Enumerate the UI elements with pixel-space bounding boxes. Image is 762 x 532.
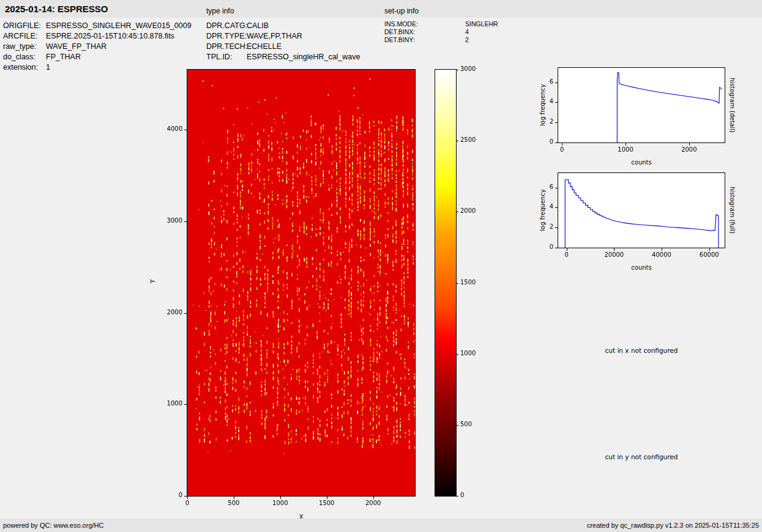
label-dpr-tech: DPR.TECH:: [206, 42, 247, 52]
x-tick-mark: [280, 497, 281, 499]
file-info-block: ORIGFILE:ESPRESSO_SINGLEHR_WAVE015_0009 …: [3, 21, 192, 73]
info-row: INS.MODE:SINGLEHR: [384, 20, 498, 28]
setup-info-block: INS.MODE:SINGLEHR DET.BINX:4 DET.BINY:2: [384, 20, 498, 44]
x-tick-label: 20000: [596, 251, 632, 258]
raw-image-plot: [187, 69, 416, 497]
colorbar-tick-mark: [457, 212, 458, 212]
colorbar-tick-mark: [457, 354, 458, 355]
histogram-full-xlabel: counts: [558, 264, 725, 271]
colorbar-tick-mark: [457, 283, 458, 284]
y-tick-label: 2: [529, 223, 553, 230]
x-tick-mark: [187, 497, 188, 499]
colorbar-tick-label: 2500: [460, 136, 487, 143]
x-tick-mark: [234, 497, 234, 499]
histogram-detail-xlabel: counts: [558, 159, 725, 166]
y-tick-label: 4: [529, 98, 553, 105]
qc-report-page: 2025-01-14: ESPRESSO type info set-up in…: [0, 0, 762, 532]
histogram-detail-plot: [558, 67, 725, 143]
y-tick-label: 2000: [158, 309, 182, 316]
x-tick-mark: [689, 143, 690, 146]
y-tick-mark: [555, 142, 558, 143]
colorbar-tick-label: 2000: [460, 207, 487, 214]
label-dpr-catg: DPR.CATG:: [206, 21, 247, 31]
x-tick-mark: [626, 143, 626, 146]
label-do-class: do_class:: [3, 52, 46, 62]
x-tick-label: 1000: [262, 500, 299, 506]
value-dpr-type: WAVE,FP,THAR: [247, 31, 302, 42]
y-tick-label: 3000: [158, 217, 182, 224]
x-tick-label: 0: [169, 500, 206, 506]
y-tick-label: 0: [158, 492, 182, 498]
y-tick-label: 4: [529, 203, 553, 210]
value-dpr-catg: CALIB: [247, 21, 269, 31]
info-row: raw_type:WAVE_FP_THAR: [3, 42, 192, 52]
x-tick-mark: [567, 248, 567, 251]
y-tick-label: 4000: [158, 125, 182, 132]
histogram-full-right-label: histogram (full): [727, 172, 737, 248]
info-row: DET.BINX:4: [384, 28, 498, 36]
y-tick-label: 0: [529, 138, 553, 145]
info-row: DPR.CATG:CALIB: [206, 21, 360, 31]
value-tpl-id: ESPRESSO_singleHR_cal_wave: [247, 52, 360, 62]
y-tick-mark: [555, 207, 558, 208]
footer-right-text: created by qc_rawdisp.py v1.2.3 on 2025-…: [587, 522, 759, 529]
x-tick-label: 0: [548, 251, 585, 258]
info-row: TPL.ID:ESPRESSO_singleHR_cal_wave: [206, 52, 360, 62]
colorbar-tick-label: 1000: [460, 350, 487, 357]
y-axis-label: Y: [149, 276, 159, 286]
colorbar-tick-mark: [457, 425, 458, 426]
colorbar-tick-label: 1500: [460, 279, 487, 286]
y-tick-mark: [184, 130, 187, 130]
x-tick-label: 2000: [355, 500, 392, 506]
y-tick-label: 2: [529, 118, 553, 125]
y-tick-mark: [555, 248, 558, 248]
footer-left-text: powered by QC: www.eso.org/HC: [3, 522, 103, 529]
label-dpr-type: DPR.TYPE:: [206, 31, 247, 42]
y-tick-mark: [184, 313, 187, 314]
value-extension: 1: [46, 62, 50, 73]
y-tick-mark: [555, 122, 558, 123]
value-dpr-tech: ECHELLE: [247, 42, 282, 52]
histogram-detail-canvas: [558, 68, 725, 142]
header-bar: 2025-01-14: ESPRESSO type info set-up in…: [0, 0, 762, 18]
label-arcfile: ARCFILE:: [3, 31, 46, 42]
info-row: extension:1: [3, 62, 192, 73]
label-raw-type: raw_type:: [3, 42, 46, 52]
colorbar-tick-label: 0: [460, 492, 487, 498]
y-tick-label: 6: [529, 183, 553, 190]
x-tick-label: 2000: [671, 146, 708, 153]
colorbar-tick-label: 500: [460, 421, 487, 427]
info-row: DET.BINY:2: [384, 36, 498, 44]
x-tick-mark: [327, 497, 327, 499]
value-det-binx: 4: [465, 28, 469, 36]
x-tick-mark: [614, 248, 614, 251]
footer-bar: powered by QC: www.eso.org/HC created by…: [0, 519, 762, 532]
label-origfile: ORIGFILE:: [3, 21, 46, 31]
info-row: ARCFILE:ESPRE.2025-01-15T10:45:10.878.fi…: [3, 31, 192, 42]
info-row: DPR.TYPE:WAVE,FP,THAR: [206, 31, 360, 42]
value-ins-mode: SINGLEHR: [465, 20, 498, 28]
x-tick-mark: [562, 143, 562, 146]
y-tick-mark: [555, 188, 558, 188]
x-tick-label: 500: [215, 500, 252, 506]
value-arcfile: ESPRE.2025-01-15T10:45:10.878.fits: [46, 31, 174, 42]
info-row: DPR.TECH:ECHELLE: [206, 42, 360, 52]
info-row: do_class:FP_THAR: [3, 52, 192, 62]
x-tick-mark: [709, 248, 710, 251]
y-tick-mark: [184, 221, 187, 222]
y-tick-mark: [555, 83, 558, 83]
label-tpl-id: TPL.ID:: [206, 52, 247, 62]
y-tick-label: 6: [529, 78, 553, 85]
value-do-class: FP_THAR: [46, 52, 81, 62]
y-tick-mark: [555, 227, 558, 228]
histogram-full-plot: [558, 172, 725, 248]
value-det-biny: 2: [465, 36, 469, 44]
setup-info-section-label: set-up info: [384, 7, 419, 15]
page-title: 2025-01-14: ESPRESSO: [5, 4, 108, 14]
x-tick-label: 0: [543, 146, 580, 153]
value-raw-type: WAVE_FP_THAR: [46, 42, 106, 52]
colorbar-tick-mark: [457, 496, 458, 497]
y-tick-mark: [184, 404, 187, 405]
x-tick-label: 1500: [308, 500, 345, 506]
label-extension: extension:: [3, 62, 46, 73]
